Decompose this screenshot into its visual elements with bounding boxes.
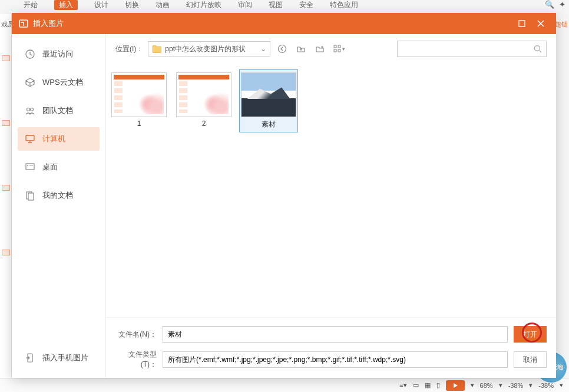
cancel-button[interactable]: 取消 — [514, 351, 547, 368]
dialog-titlebar: 插入图片 — [12, 13, 556, 34]
file-thumbnail — [241, 72, 296, 117]
dialog-bottom: 文件名(N)： 打开 文件类型(T)： 取消 — [106, 317, 556, 378]
svg-point-3 — [27, 108, 30, 111]
svg-rect-6 — [26, 164, 34, 170]
file-grid: 1 2 素材 — [106, 64, 556, 317]
file-thumbnail — [111, 72, 167, 117]
svg-rect-5 — [26, 135, 34, 141]
search-box[interactable] — [397, 41, 547, 57]
monitor-icon — [24, 132, 37, 145]
svg-rect-8 — [29, 165, 33, 166]
view-mode-button[interactable]: ▾ — [332, 42, 346, 56]
cube-icon — [24, 76, 37, 89]
zoom-2[interactable]: -38% — [508, 382, 524, 389]
view-grid-icon[interactable]: ▦ — [425, 381, 431, 389]
sidebar-item-phone-import[interactable]: 插入手机图片 — [18, 346, 100, 370]
dialog-sidebar: 最近访问 WPS云文档 团队文档 计算机 桌面 我的文档 — [12, 34, 106, 378]
svg-rect-10 — [28, 193, 34, 200]
file-thumbnail — [176, 72, 231, 117]
maximize-button[interactable] — [512, 14, 531, 33]
sidebar-item-label: 团队文档 — [42, 105, 73, 116]
app-logo-icon — [18, 18, 29, 29]
view-mode-icon[interactable]: ▭ — [413, 381, 419, 389]
app-ribbon-tabs: 开始 插入 设计 切换 动画 幻灯片放映 审阅 视图 安全 特色应用 — [0, 0, 569, 13]
folder-icon — [152, 45, 161, 53]
sidebar-item-desktop[interactable]: 桌面 — [18, 155, 100, 179]
documents-icon — [24, 189, 37, 202]
clock-icon — [24, 48, 37, 61]
file-name: 1 — [137, 119, 141, 128]
sidebar-item-label: 计算机 — [42, 134, 65, 144]
svg-rect-1 — [519, 21, 525, 26]
right-tool-label: 超链 — [555, 20, 568, 29]
zoom-1[interactable]: 68% — [480, 382, 493, 389]
close-button[interactable] — [531, 14, 550, 33]
svg-point-12 — [279, 45, 286, 53]
sidebar-item-label: 桌面 — [42, 162, 58, 172]
zoom-3[interactable]: -38% — [538, 382, 554, 389]
location-combo[interactable]: ppt中怎么改变图片的形状 ⌄ — [148, 41, 270, 57]
file-item[interactable]: 1 — [110, 69, 168, 131]
sidebar-item-label: WPS云文档 — [42, 77, 83, 88]
location-label: 位置(I)： — [115, 44, 143, 54]
filename-input[interactable] — [163, 326, 508, 343]
file-item[interactable]: 2 — [174, 69, 233, 131]
svg-point-4 — [31, 108, 34, 111]
desktop-icon — [24, 161, 37, 174]
status-bar: ≡▾ ▭ ▦ ▯ ▾ 68%▾ -38%▾ -38%▾ — [0, 378, 569, 392]
svg-rect-14 — [338, 45, 340, 48]
sidebar-item-recent[interactable]: 最近访问 — [18, 42, 100, 66]
sidebar-item-label: 插入手机图片 — [42, 353, 88, 363]
chevron-down-icon: ⌄ — [260, 45, 266, 53]
filename-label: 文件名(N)： — [115, 330, 157, 340]
slideshow-button[interactable] — [446, 380, 465, 391]
filetype-label: 文件类型(T)： — [115, 350, 157, 370]
location-row: 位置(I)： ppt中怎么改变图片的形状 ⌄ ▾ — [106, 34, 556, 64]
phone-import-icon — [24, 351, 37, 364]
svg-rect-15 — [334, 49, 336, 52]
view-reading-icon[interactable]: ▯ — [436, 381, 440, 389]
svg-rect-13 — [334, 45, 336, 48]
file-name: 2 — [202, 119, 206, 128]
svg-point-17 — [535, 46, 540, 51]
app-slide-strip — [0, 14, 12, 379]
dialog-title: 插入图片 — [33, 18, 64, 29]
view-menu-icon[interactable]: ≡▾ — [399, 381, 406, 389]
open-button[interactable]: 打开 — [514, 326, 547, 343]
svg-point-7 — [27, 165, 28, 166]
filetype-combo[interactable] — [163, 351, 508, 368]
app-top-right: 🔍✦ — [545, 0, 565, 9]
search-input[interactable] — [401, 45, 533, 53]
search-icon — [533, 44, 542, 54]
back-button[interactable] — [275, 42, 289, 56]
sidebar-item-mydocs[interactable]: 我的文档 — [18, 184, 100, 207]
people-icon — [24, 104, 37, 117]
svg-rect-16 — [338, 49, 340, 52]
up-folder-button[interactable] — [294, 42, 308, 56]
file-item[interactable]: 素材 — [239, 69, 298, 132]
insert-picture-dialog: 插入图片 最近访问 WPS云文档 团队文档 计算机 — [12, 13, 556, 378]
sidebar-item-label: 我的文档 — [42, 190, 73, 201]
sidebar-item-team[interactable]: 团队文档 — [18, 99, 100, 122]
sidebar-item-computer[interactable]: 计算机 — [18, 127, 100, 151]
file-name: 素材 — [262, 119, 276, 129]
location-value: ppt中怎么改变图片的形状 — [165, 44, 246, 54]
new-folder-button[interactable] — [313, 42, 327, 56]
sidebar-item-wps-cloud[interactable]: WPS云文档 — [18, 71, 100, 94]
sidebar-item-label: 最近访问 — [42, 49, 73, 59]
